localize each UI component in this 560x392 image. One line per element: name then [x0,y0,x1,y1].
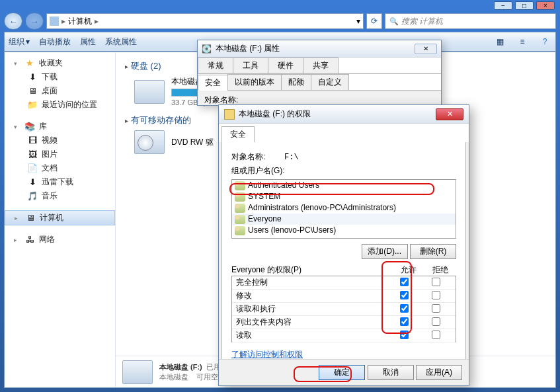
user-group-icon [235,215,245,224]
cancel-button[interactable]: 取消 [368,365,414,380]
tab[interactable]: 配额 [281,74,311,90]
sidebar-favorites-items: ⬇下载🖥桌面📁最近访问的位置 [5,70,115,112]
breadcrumb-sep: ▸ [95,17,99,26]
sidebar-item[interactable]: ⬇迅雷下载 [5,175,115,189]
sidebar-libraries[interactable]: ▾📚库 [5,120,115,134]
sidebar-item-label: 图片 [42,149,58,160]
tab[interactable]: 以前的版本 [227,74,282,90]
allow-checkbox[interactable] [400,331,409,339]
learn-link[interactable]: 了解访问控制和权限 [231,350,303,359]
breadcrumb-dropdown[interactable]: ▾ [356,17,360,26]
properties-titlebar[interactable]: 💽 本地磁盘 (F:) 属性 ✕ [198,40,441,58]
folder-icon [224,109,235,120]
properties-close-button[interactable]: ✕ [415,44,437,54]
user-item[interactable]: Users (lenovo-PC\Users) [232,225,456,236]
network-icon: 🖧 [24,235,35,245]
sidebar-item[interactable]: ⬇下载 [5,70,115,84]
allow-checkbox[interactable] [400,317,409,326]
deny-checkbox[interactable] [432,304,440,313]
autoplay-button[interactable]: 自动播放 [39,36,71,48]
help-icon[interactable]: ? [538,35,551,48]
properties-dialog: 💽 本地磁盘 (F:) 属性 ✕ 常规工具硬件共享 安全以前的版本配额自定义 对… [197,40,442,106]
view-tiles-icon[interactable]: ▦ [493,35,506,48]
organize-menu[interactable]: 组织 ▾ [9,36,30,48]
tab[interactable]: 工具 [233,58,268,73]
details-name: 本地磁盘 (F:) [159,363,202,371]
permissions-titlebar[interactable]: 本地磁盘 (F:) 的权限 ✕ [219,105,469,124]
allow-checkbox[interactable] [400,291,409,299]
allow-checkbox[interactable] [400,304,409,313]
sidebar-item[interactable]: 🖥桌面 [5,84,115,98]
sidebar-item[interactable]: 🎞视频 [5,134,115,147]
tab[interactable]: 自定义 [311,74,349,90]
remove-button[interactable]: 删除(R) [410,244,456,259]
user-item[interactable]: Everyone [232,214,456,225]
properties-title: 本地磁盘 (F:) 属性 [216,43,280,54]
dvd-name: DVD RW 驱 [171,137,214,148]
search-input[interactable]: 搜索 计算机 [385,13,556,29]
permissions-close-button[interactable]: ✕ [436,108,463,120]
user-item[interactable]: SYSTEM [232,191,456,202]
ok-button[interactable]: 确定 [319,365,365,380]
refresh-button[interactable]: ⟳ [366,13,382,29]
drive-icon [134,80,165,104]
minimize-button[interactable]: − [494,1,512,10]
permissions-table: 完全控制修改读取和执行列出文件夹内容读取 [231,276,456,342]
sidebar-item-icon: 📄 [27,163,38,174]
permission-row: 完全控制 [232,276,456,290]
deny-checkbox[interactable] [432,278,440,286]
sidebar-network[interactable]: ▸🖧网络 [5,233,115,247]
permission-row: 修改 [232,290,456,303]
tab[interactable]: 共享 [303,58,339,73]
maximize-button[interactable]: □ [515,1,534,10]
apply-button[interactable]: 应用(A) [416,365,462,380]
user-group-icon [235,181,245,190]
user-item[interactable]: Administrators (lenovo-PC\Administrators… [232,202,456,214]
forward-button[interactable]: → [25,13,44,30]
sidebar-computer[interactable]: ▸🖥计算机 [5,210,115,225]
allow-checkbox[interactable] [400,278,409,286]
object-name-value: F:\ [284,153,299,162]
close-button[interactable]: × [536,1,555,10]
deny-checkbox[interactable] [432,291,440,299]
tab[interactable]: 硬件 [268,58,303,73]
dvd-icon [134,130,165,154]
computer-icon: 🖥 [25,213,36,223]
sidebar-item-label: 迅雷下载 [42,176,73,188]
sidebar-favorites[interactable]: ▾★收藏夹 [5,56,115,70]
user-item-name: Everyone [248,214,282,225]
nav-bar: ← → ▸ 计算机 ▸ ▾ ⟳ 搜索 计算机 [4,11,556,32]
deny-checkbox[interactable] [432,317,440,326]
user-list[interactable]: Authenticated UsersSYSTEMAdministrators … [231,179,456,239]
permissions-for-label: Everyone 的权限(P) [231,264,393,276]
drive-small-icon: 💽 [202,44,212,54]
sidebar: ▾★收藏夹 ⬇下载🖥桌面📁最近访问的位置 ▾📚库 🎞视频🖼图片📄文档⬇迅雷下载🎵… [5,52,116,387]
sidebar-item[interactable]: 🖼图片 [5,147,115,161]
permissions-footer: 确定 取消 应用(A) [219,359,469,385]
deny-checkbox[interactable] [432,331,440,339]
system-properties-button[interactable]: 系统属性 [105,36,137,48]
back-button[interactable]: ← [4,13,22,30]
permission-name: 列出文件夹内容 [236,317,388,328]
permission-row: 列出文件夹内容 [232,316,456,329]
breadcrumb-item[interactable]: 计算机 [68,16,92,27]
sidebar-item[interactable]: 🎵音乐 [5,189,115,203]
tab-security[interactable]: 安全 [221,126,255,142]
add-button[interactable]: 添加(D)... [362,244,408,259]
breadcrumb[interactable]: ▸ 计算机 ▸ ▾ [46,13,364,29]
sidebar-item[interactable]: 📁最近访问的位置 [5,98,115,112]
sidebar-item-icon: 🎵 [27,191,38,202]
properties-button[interactable]: 属性 [80,36,96,48]
user-item[interactable]: Authenticated Users [232,180,456,191]
tab[interactable]: 常规 [198,58,233,73]
user-group-icon [235,204,245,213]
view-list-icon[interactable]: ≡ [516,35,529,48]
sidebar-item[interactable]: 📄文档 [5,161,115,175]
user-item-name: Users (lenovo-PC\Users) [248,225,336,236]
user-group-icon [235,226,245,235]
details-type: 本地磁盘 [159,373,188,381]
details-drive-icon [122,360,153,384]
sidebar-item-label: 桌面 [42,85,58,97]
tab[interactable]: 安全 [198,75,228,91]
sidebar-item-icon: 🖼 [27,149,38,160]
